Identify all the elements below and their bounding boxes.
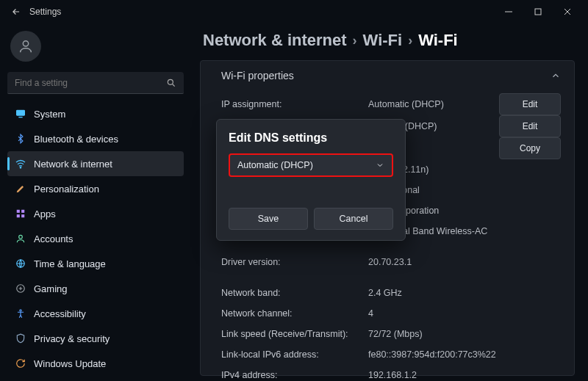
sidebar: System Bluetooth & devices Network & int… (0, 23, 191, 381)
sidebar-item-system[interactable]: System (7, 101, 184, 126)
svg-rect-0 (535, 9, 541, 15)
edit-button[interactable]: Edit (499, 93, 561, 115)
globe-icon (15, 258, 26, 269)
select-value: Automatic (DHCP) (237, 160, 313, 170)
save-button[interactable]: Save (229, 208, 308, 230)
svg-rect-8 (17, 214, 20, 217)
property-row: Driver version: 20.70.23.1 (221, 252, 561, 272)
svg-point-1 (23, 41, 28, 46)
svg-rect-4 (18, 117, 22, 117)
edit-button[interactable]: Edit (499, 115, 561, 137)
avatar (10, 31, 41, 62)
close-button[interactable] (553, 1, 582, 22)
chevron-right-icon: › (408, 33, 412, 48)
copy-button[interactable]: Copy (499, 137, 561, 159)
sidebar-item-apps[interactable]: Apps (7, 201, 184, 226)
system-icon (15, 108, 26, 120)
edit-dns-dialog: Edit DNS settings Automatic (DHCP) Save … (216, 119, 406, 241)
search-box[interactable] (7, 72, 184, 94)
update-icon (15, 358, 26, 369)
sidebar-item-personalization[interactable]: Personalization (7, 176, 184, 201)
property-row: IPv4 address: 192.168.1.2 (221, 365, 561, 381)
accounts-icon (15, 233, 26, 244)
window-title: Settings (29, 7, 61, 17)
sidebar-item-gaming[interactable]: Gaming (7, 276, 184, 301)
bluetooth-icon (15, 133, 26, 145)
maximize-button[interactable] (523, 1, 553, 22)
svg-rect-9 (21, 214, 24, 217)
property-row: Network channel: 4 (221, 303, 561, 324)
sidebar-item-label: Time & language (34, 258, 106, 269)
apps-icon (15, 208, 26, 219)
svg-rect-6 (17, 210, 20, 213)
sidebar-item-accounts[interactable]: Accounts (7, 226, 184, 251)
sidebar-item-label: Personalization (34, 184, 99, 195)
property-row: Link-local IPv6 address: fe80::3987:954d… (221, 344, 561, 365)
minimize-button[interactable] (494, 1, 523, 22)
chevron-right-icon: › (353, 33, 357, 48)
dialog-title: Edit DNS settings (229, 131, 393, 145)
brush-icon (15, 183, 26, 195)
search-input[interactable] (15, 78, 166, 88)
chevron-down-icon (376, 161, 384, 170)
svg-point-2 (168, 79, 173, 84)
sidebar-item-time[interactable]: Time & language (7, 251, 184, 276)
svg-point-13 (20, 310, 21, 311)
sidebar-item-network[interactable]: Network & internet (7, 151, 184, 176)
breadcrumb-root[interactable]: Network & internet (203, 31, 347, 50)
sidebar-item-label: Gaming (34, 283, 68, 294)
svg-rect-7 (21, 210, 24, 213)
titlebar: Settings (0, 0, 588, 23)
sidebar-item-accessibility[interactable]: Accessibility (7, 301, 184, 326)
sidebar-item-label: Privacy & security (34, 333, 110, 344)
gaming-icon (15, 283, 26, 294)
sidebar-item-label: System (34, 109, 65, 120)
sidebar-item-update[interactable]: Windows Update (7, 351, 184, 376)
property-row: IP assignment: Automatic (DHCP) Edit (221, 93, 561, 115)
panel-title: Wi-Fi properties (221, 70, 294, 81)
sidebar-item-privacy[interactable]: Privacy & security (7, 326, 184, 351)
sidebar-item-label: Windows Update (34, 358, 106, 369)
sidebar-item-label: Accounts (34, 233, 73, 244)
breadcrumb-mid[interactable]: Wi-Fi (363, 31, 403, 50)
sidebar-item-label: Accessibility (34, 308, 86, 319)
shield-icon (15, 333, 26, 344)
property-row: Link speed (Receive/Transmit): 72/72 (Mb… (221, 324, 561, 344)
sidebar-item-bluetooth[interactable]: Bluetooth & devices (7, 126, 184, 151)
property-row: Network band: 2.4 GHz (221, 283, 561, 303)
sidebar-item-label: Network & internet (34, 159, 112, 170)
accessibility-icon (15, 308, 26, 319)
back-button[interactable] (6, 1, 26, 22)
wifi-icon (15, 158, 26, 170)
sidebar-item-label: Bluetooth & devices (34, 134, 118, 145)
user-row[interactable] (7, 28, 184, 72)
breadcrumb-leaf: Wi-Fi (418, 31, 458, 50)
chevron-up-icon[interactable] (551, 70, 561, 81)
sidebar-item-label: Apps (34, 208, 56, 219)
cancel-button[interactable]: Cancel (314, 208, 393, 230)
svg-point-5 (20, 167, 21, 168)
breadcrumb: Network & internet › Wi-Fi › Wi-Fi (203, 31, 575, 50)
dns-mode-select[interactable]: Automatic (DHCP) (229, 153, 393, 177)
search-icon (166, 78, 176, 88)
svg-point-10 (19, 235, 23, 239)
svg-rect-3 (16, 110, 25, 116)
